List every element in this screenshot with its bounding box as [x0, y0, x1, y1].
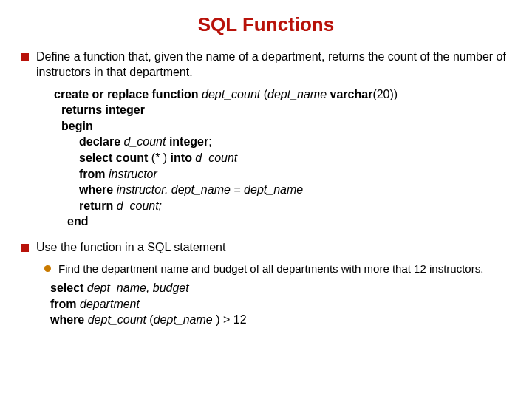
bullet-2-text: Use the function in a SQL statement [36, 240, 225, 256]
code-block-1: create or replace function dept_count (d… [54, 86, 511, 230]
code-block-2: select dept_name, budget from department… [50, 280, 511, 328]
bullet-1-text: Define a function that, given the name o… [36, 50, 511, 81]
bullet-item-1: Define a function that, given the name o… [21, 50, 511, 81]
bullet-square-icon [21, 244, 29, 252]
bullet-item-2: Use the function in a SQL statement [21, 240, 511, 256]
bullet-square-icon [21, 53, 29, 61]
sub-bullet-1-text: Find the department name and budget of a… [58, 262, 483, 276]
sub-bullet-1: Find the department name and budget of a… [44, 262, 511, 276]
bullet-dot-icon [44, 265, 51, 272]
slide-title: SQL Functions [21, 13, 511, 36]
